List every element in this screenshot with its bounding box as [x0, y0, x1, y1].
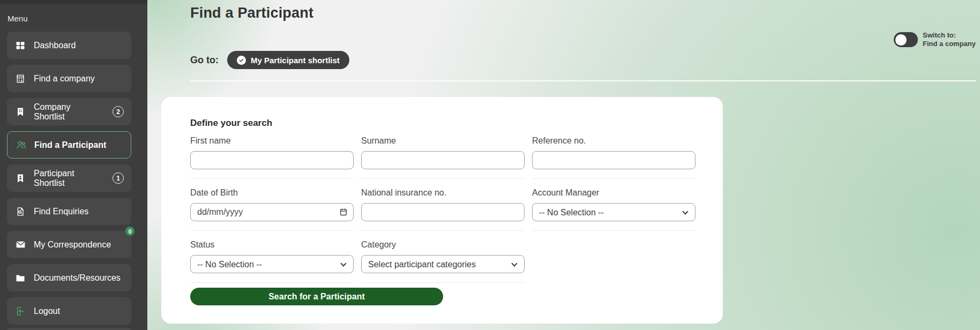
sidebar-item-dashboard[interactable]: Dashboard [7, 32, 131, 59]
logout-icon [14, 305, 26, 317]
sidebar-item-find-a-company[interactable]: Find a company [7, 65, 131, 92]
sidebar-item-label: Documents/Resources [34, 273, 121, 283]
account-manager-select[interactable]: -- No Selection -- [532, 203, 695, 221]
surname-input[interactable] [361, 151, 525, 169]
divider [190, 230, 354, 231]
sidebar-item-label: Participant Shortlist [34, 169, 102, 188]
field-account-manager: Account Manager -- No Selection -- [532, 188, 695, 231]
sidebar-item-label: Find a Participant [34, 140, 106, 150]
sidebar-item-label: My Correspondence [34, 240, 111, 250]
field-date-of-birth: Date of Birth [190, 188, 354, 231]
national-insurance-label: National insurance no. [361, 188, 525, 198]
sidebar-item-label: Logout [34, 306, 60, 316]
search-form-grid: First name Surname Reference no. [190, 136, 696, 283]
category-select[interactable]: Select participant categories [361, 255, 525, 273]
mode-switch: Switch to: Find a company [894, 31, 976, 48]
search-card: Define your search First name Surname [161, 97, 723, 324]
toggle-knob-icon [895, 34, 907, 46]
sidebar-nav: Dashboard Find a company Company Shortli… [0, 32, 147, 325]
status-select[interactable]: -- No Selection -- [190, 255, 354, 273]
building-icon [14, 73, 26, 85]
sidebar: Menu Dashboard Find a company Company Sh… [0, 0, 147, 330]
goto-row: Go to: My Participant shortlist [190, 51, 980, 69]
search-for-participant-button[interactable]: Search for a Participant [190, 288, 443, 305]
field-category: Category Select participant categories [361, 240, 525, 283]
switch-toggle[interactable] [894, 32, 918, 47]
reference-no-label: Reference no. [532, 136, 695, 146]
empty-cell [532, 240, 695, 283]
sidebar-item-partial [7, 328, 131, 330]
document-search-icon [14, 206, 26, 218]
switch-label-line2: Find a company [923, 40, 976, 48]
status-label: Status [190, 240, 354, 250]
account-manager-label: Account Manager [532, 188, 695, 198]
national-insurance-input[interactable] [361, 203, 525, 221]
divider [532, 230, 695, 231]
date-of-birth-label: Date of Birth [190, 188, 354, 198]
surname-label: Surname [361, 136, 525, 146]
field-reference-no: Reference no. [532, 136, 695, 179]
sidebar-item-my-correspondence[interactable]: My Correspondence 0 [7, 231, 131, 258]
count-badge: 2 [113, 106, 124, 117]
sidebar-item-participant-shortlist[interactable]: Participant Shortlist 1 [7, 164, 131, 192]
field-first-name: First name [190, 136, 354, 179]
my-participant-shortlist-button[interactable]: My Participant shortlist [227, 51, 349, 69]
sidebar-item-documents-resources[interactable]: Documents/Resources [7, 264, 131, 291]
check-circle-icon [237, 56, 246, 65]
sidebar-item-company-shortlist[interactable]: Company Shortlist 2 [7, 98, 131, 125]
users-icon [15, 139, 27, 151]
count-badge: 1 [113, 172, 124, 184]
first-name-label: First name [190, 136, 354, 146]
shortlist-button-label: My Participant shortlist [251, 56, 340, 65]
reference-no-input[interactable] [532, 151, 695, 169]
notification-badge: 0 [125, 227, 134, 236]
header-divider [190, 80, 976, 81]
divider [361, 178, 525, 179]
field-status: Status -- No Selection -- [190, 240, 354, 283]
main-content: Find a Participant Switch to: Find a com… [147, 0, 980, 330]
switch-label-line1: Switch to: [923, 31, 976, 40]
divider [190, 178, 354, 179]
menu-label: Menu [8, 14, 147, 23]
switch-label: Switch to: Find a company [923, 31, 976, 48]
date-of-birth-input[interactable] [190, 203, 354, 221]
bookmark-building-icon [14, 106, 26, 118]
form-heading: Define your search [190, 118, 696, 129]
sidebar-item-label: Dashboard [34, 41, 76, 50]
field-surname: Surname [361, 136, 525, 179]
divider [532, 178, 695, 179]
sidebar-item-find-enquiries[interactable]: Find Enquiries [7, 198, 131, 225]
goto-label: Go to: [190, 55, 219, 66]
divider [361, 230, 525, 231]
sidebar-item-label: Company Shortlist [34, 102, 102, 122]
folder-icon [14, 272, 26, 284]
divider [190, 282, 354, 283]
page-title: Find a Participant [190, 5, 980, 21]
sidebar-item-find-a-participant[interactable]: Find a Participant [7, 131, 131, 159]
sidebar-item-logout[interactable]: Logout [7, 297, 131, 325]
bookmark-person-icon [14, 172, 26, 184]
divider [361, 282, 525, 283]
dashboard-icon [14, 40, 26, 51]
sidebar-item-label: Find a company [34, 74, 95, 84]
field-national-insurance: National insurance no. [361, 188, 525, 231]
first-name-input[interactable] [190, 151, 354, 169]
sidebar-item-label: Find Enquiries [34, 207, 88, 216]
category-label: Category [361, 240, 525, 250]
envelope-icon [14, 239, 26, 251]
app-window: Menu Dashboard Find a company Company Sh… [0, 0, 980, 330]
